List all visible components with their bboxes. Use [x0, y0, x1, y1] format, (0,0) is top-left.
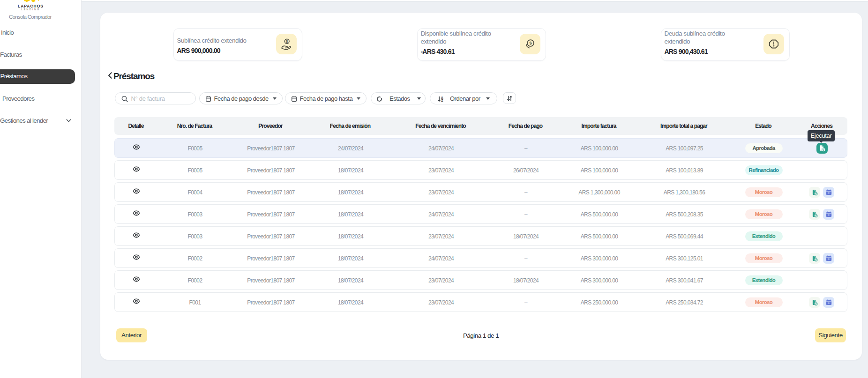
svg-text:Z: Z	[441, 99, 443, 102]
svg-text:$: $	[286, 39, 288, 44]
svg-text:$: $	[529, 41, 531, 45]
